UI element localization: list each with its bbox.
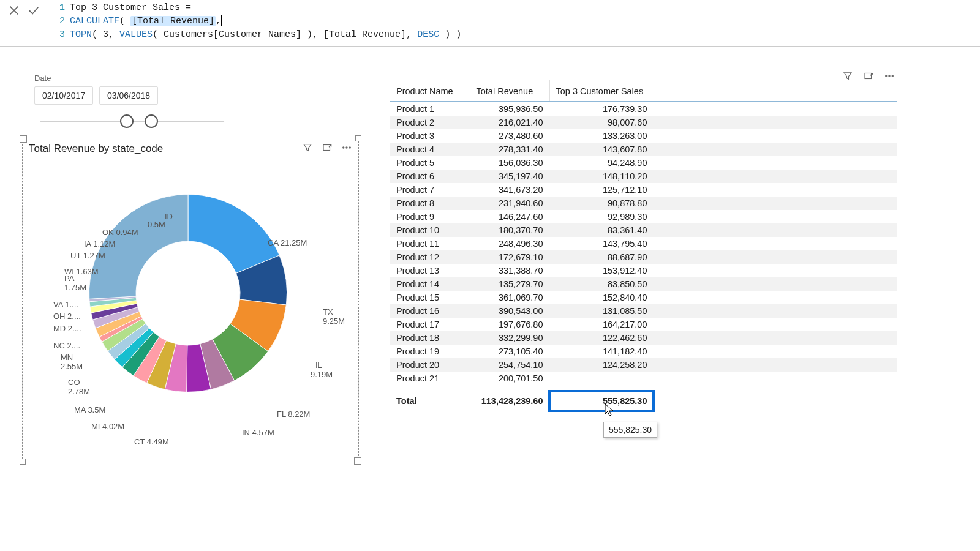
table-row[interactable]: Product 3273,480.60133,263.00 [390,129,897,143]
svg-point-2 [346,147,347,148]
svg-point-7 [892,75,893,77]
col-top3-sales[interactable]: Top 3 Customer Sales [549,80,654,102]
donut-label: OK 0.94M [102,228,138,237]
donut-label: 0.5M [148,220,165,229]
col-product-name[interactable]: Product Name [390,80,470,102]
svg-rect-4 [865,73,872,79]
table-row[interactable]: Product 16390,543.00131,085.50 [390,304,897,318]
total-label: Total [390,391,470,411]
table-row[interactable]: Product 20254,754.10124,258.20 [390,358,897,372]
svg-point-1 [343,147,344,148]
svg-point-6 [889,75,890,77]
table-row[interactable]: Product 10180,370.7083,361.40 [390,223,897,237]
more-options-icon[interactable] [341,142,352,155]
date-start-input[interactable]: 02/10/2017 [34,86,93,105]
report-canvas[interactable]: Date 02/10/2017 03/06/2018 Total Revenue… [22,61,958,539]
donut-label: 9.25M [323,317,345,326]
focus-mode-icon[interactable] [863,70,874,83]
donut-label: NC 2.... [53,341,80,350]
donut-label: CA 21.25M [268,238,307,247]
focus-mode-icon[interactable] [322,142,333,155]
donut-label: IA 1.12M [84,239,115,249]
donut-label: OH 2.... [53,312,81,321]
table-row[interactable]: Product 19273,105.40141,182.40 [390,345,897,358]
table-row[interactable]: Product 15361,069.70152,840.40 [390,291,897,304]
donut-chart-visual[interactable]: Total Revenue by state_code CA 21.25MTX9… [22,138,359,462]
donut-label: ID [165,212,173,221]
table-row[interactable]: Product 9146,247.6092,989.30 [390,210,897,223]
more-options-icon[interactable] [884,70,895,83]
table-row[interactable]: Product 12172,679.1088,687.90 [390,250,897,264]
donut-label: MI 4.02M [91,422,124,431]
table-row[interactable]: Product 18332,299.90122,462.60 [390,331,897,345]
donut-label: IL [315,361,322,370]
donut-label: MD 2.... [53,324,81,333]
donut-label: MN [61,353,73,362]
commit-formula-button[interactable] [27,4,40,19]
col-total-revenue[interactable]: Total Revenue [470,80,549,102]
svg-point-3 [349,147,350,148]
total-revenue-value: 113,428,239.60 [470,391,549,411]
donut-label: FL 8.22M [277,410,310,419]
table-row[interactable]: Product 4278,331.40143,607.80 [390,143,897,156]
formula-actions [0,0,55,46]
donut-label: CO [68,378,80,387]
donut-label: TX [323,307,333,317]
cancel-formula-button[interactable] [7,4,21,19]
table-row[interactable]: Product 2216,021.4098,007.60 [390,116,897,129]
slider-handle-end[interactable] [145,114,158,128]
donut-svg[interactable] [84,189,292,397]
table-visual[interactable]: Product Name Total Revenue Top 3 Custome… [390,80,898,429]
date-slicer-label: Date [34,73,230,83]
table-row[interactable]: Product 1395,936.50176,739.30 [390,102,897,116]
filter-icon[interactable] [842,70,853,83]
table-row[interactable]: Product 17197,676.80164,217.00 [390,318,897,331]
table-row[interactable]: Product 11248,496.30143,795.40 [390,237,897,250]
formula-editor[interactable]: 1Top 3 Customer Sales = 2CALCULATE( [Tot… [55,0,980,46]
total-top3-value: 555,825.30 [549,391,654,411]
table-row[interactable]: Product 14135,279.7083,850.50 [390,277,897,291]
slider-handle-start[interactable] [120,114,134,128]
table-row[interactable]: Product 21200,701.50 [390,372,897,385]
data-table[interactable]: Product Name Total Revenue Top 3 Custome… [390,80,897,102]
table-row[interactable]: Product 5156,036.3094,248.90 [390,156,897,170]
donut-label: CT 4.49M [134,437,169,446]
donut-title: Total Revenue by state_code [29,143,297,155]
donut-label: UT 1.27M [70,251,105,260]
date-slicer[interactable]: Date 02/10/2017 03/06/2018 [34,73,230,134]
filter-icon[interactable] [302,142,313,155]
date-slider[interactable] [34,110,230,134]
table-row[interactable]: Product 8231,940.6090,878.80 [390,197,897,210]
donut-label: 1.75M [64,283,86,292]
donut-label: 2.78M [68,387,90,396]
formula-bar: 1Top 3 Customer Sales = 2CALCULATE( [Tot… [0,0,980,47]
donut-label: 9.19M [311,370,333,379]
cell-tooltip: 555,825.30 [603,422,657,438]
table-row[interactable]: Product 13331,388.70153,912.40 [390,264,897,277]
date-end-input[interactable]: 03/06/2018 [99,86,158,105]
svg-point-5 [886,75,887,77]
donut-label: MA 3.5M [74,405,105,414]
table-row[interactable]: Product 7341,673.20125,712.10 [390,183,897,197]
donut-label: VA 1.... [53,300,78,309]
donut-label: 2.55M [61,362,83,371]
donut-label: IN 4.57M [242,428,274,437]
table-row[interactable]: Product 6345,197.40148,110.20 [390,170,897,183]
donut-label: WI 1.63M [64,267,99,276]
svg-rect-0 [323,145,330,151]
